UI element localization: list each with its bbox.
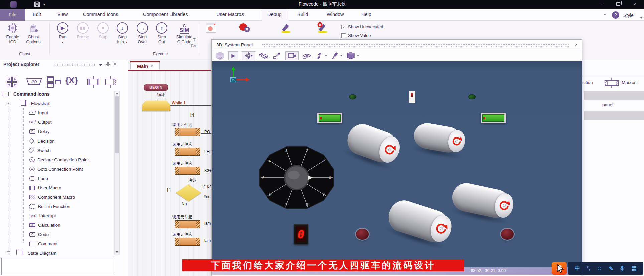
menu-window[interactable]: Window [327, 12, 344, 17]
panel-dropdown-icon[interactable] [99, 64, 102, 66]
tree-item-calculation[interactable]: ≡Calculation [29, 222, 60, 228]
paint-brush-button[interactable] [331, 51, 343, 60]
resize-button[interactable] [272, 51, 282, 60]
run-button[interactable]: ▶ Run▾ [52, 21, 73, 45]
toggle-breakpoint-button[interactable] [200, 21, 222, 35]
io-icon[interactable]: I/O [25, 76, 43, 87]
tree-item-goto-connection-point[interactable]: AGoto Connection Point [29, 166, 83, 172]
windows-icon[interactable] [46, 76, 62, 88]
menu-debug[interactable]: Debug [267, 12, 282, 17]
step-out-button[interactable]: ↑ StepOut [151, 21, 172, 45]
green-led[interactable] [349, 94, 356, 99]
step-over-button[interactable]: → StepOver [132, 21, 153, 45]
scroll-down-icon[interactable] [116, 251, 118, 253]
rotary-switch[interactable]: 0 1 2 3 4 5 6 7 8 9 [258, 145, 336, 211]
menu-command-icons[interactable]: Command Icons [83, 12, 118, 17]
push-button[interactable] [501, 229, 514, 240]
motor-rear-left[interactable] [385, 197, 452, 246]
flow-component-macro-3[interactable] [175, 167, 200, 175]
collapse-ribbon-icon[interactable]: ⌃ [603, 13, 606, 18]
green-led[interactable] [468, 94, 476, 99]
clear-all-breakpoints-button[interactable] [234, 21, 255, 35]
ime-emoji-icon[interactable]: ☺ [597, 265, 602, 271]
menu-component-libraries[interactable]: Component Libraries [143, 12, 188, 17]
tree-item-switch[interactable]: Switch [29, 147, 51, 154]
ghost-options-button[interactable]: GhostOptions [23, 21, 44, 45]
tree-item-code[interactable]: CCode [29, 231, 49, 238]
table-row[interactable] [584, 111, 644, 120]
step-into-button[interactable]: ↓ StepInto ˅ [112, 21, 133, 45]
tree-item-loop[interactable]: Loop [29, 175, 48, 182]
collapse-marker[interactable]: [-] [190, 112, 194, 117]
grid-add-icon[interactable] [6, 76, 21, 87]
user-macro-icon[interactable] [86, 76, 101, 88]
pin-icon[interactable] [106, 62, 110, 67]
collapse-box-icon[interactable]: − [7, 102, 10, 105]
flow-component-macro-4[interactable] [175, 220, 200, 228]
explorer-scrollbar[interactable] [114, 91, 120, 255]
menu-file[interactable]: File [0, 9, 25, 21]
flow-component-macro-1[interactable] [175, 128, 200, 136]
scrollbar-thumb[interactable] [115, 96, 119, 153]
tree-item-decision[interactable]: Decision [29, 137, 55, 144]
tools-wrench-button[interactable] [315, 51, 327, 60]
led-bar[interactable] [481, 113, 506, 123]
pause-button[interactable]: ▮▮ Pause [72, 21, 94, 40]
braces-x-icon[interactable]: {X} [65, 75, 78, 86]
flow-begin[interactable]: BEGIN [144, 84, 168, 91]
tree-item-component-macro[interactable]: Component Macro [29, 194, 75, 200]
ime-language-icon[interactable]: 中 [575, 265, 580, 272]
3d-mode-icon[interactable]: 3D [215, 51, 225, 60]
tree-item-input[interactable]: IInput [29, 109, 48, 116]
motor-front-right[interactable] [412, 121, 464, 155]
show-value-checkbox[interactable]: Show Value [341, 33, 371, 38]
sensor-component[interactable] [409, 91, 415, 103]
motor-front-left[interactable] [343, 120, 401, 166]
minimize-button[interactable] [599, 5, 603, 5]
show-unexecuted-checkbox[interactable]: ✓ Show Unexecuted [341, 24, 383, 29]
3d-viewport[interactable]: 0 1 2 3 4 5 6 7 8 9 0 [212, 61, 582, 267]
3d-panel-close-icon[interactable]: × [575, 42, 578, 47]
table-row[interactable] [584, 91, 644, 100]
tree-item-built-in-function[interactable]: Built-in Function [29, 203, 70, 210]
menu-build[interactable]: Build [297, 12, 308, 17]
ime-pen-icon[interactable]: ✎ [609, 265, 613, 272]
led-bar[interactable] [317, 113, 342, 123]
flow-decision[interactable] [176, 184, 201, 201]
tree-group-flowchart[interactable]: − Flowchart [7, 100, 51, 107]
pan-button[interactable] [242, 51, 255, 60]
flow-component-macro-2[interactable] [175, 148, 200, 156]
stop-button[interactable]: ■ Stop [92, 21, 114, 40]
style-dropdown-icon[interactable] [640, 15, 643, 21]
menu-view[interactable]: View [57, 12, 68, 17]
enable-icd-button[interactable]: EnableICD [2, 21, 23, 45]
tree-group-state-diagram[interactable]: − State Diagram [7, 250, 56, 256]
tab-close-icon[interactable]: × [151, 64, 153, 69]
orbit-button[interactable] [259, 51, 269, 60]
scroll-up-icon[interactable] [116, 93, 118, 94]
tree-item-declare-connection-point[interactable]: A:Declare Connection Point [29, 156, 89, 163]
tab-main[interactable]: Main × [130, 62, 160, 70]
visibility-eye-icon[interactable] [302, 51, 312, 60]
component-macro-icon[interactable] [104, 76, 117, 88]
menu-user-macros[interactable]: User Macros [216, 12, 244, 17]
help-icon[interactable]: ? [612, 11, 619, 19]
panel-drag-handle[interactable] [262, 44, 569, 47]
tree-item-output[interactable]: OOutput [29, 119, 52, 125]
menu-help[interactable]: Help [361, 12, 371, 17]
ime-mic-icon[interactable] [620, 265, 625, 271]
motor-rear-right[interactable] [450, 181, 513, 221]
flow-loop-shape[interactable] [142, 101, 170, 111]
collapse-box-icon[interactable]: − [7, 251, 10, 255]
select-cursor-button[interactable]: ▶ [228, 51, 238, 60]
viewport-button[interactable] [285, 51, 299, 60]
menu-edit[interactable]: Edit [33, 12, 41, 17]
panel-close-icon[interactable]: × [114, 61, 116, 67]
tree-item-comment[interactable]: Comment [29, 240, 58, 247]
seven-segment-display[interactable]: 0 [294, 224, 308, 245]
ime-punctuation-icon[interactable]: °, [587, 265, 590, 271]
panel-drag-handle[interactable] [53, 63, 95, 66]
style-button[interactable]: Style [623, 13, 634, 18]
macros-icon[interactable] [603, 78, 620, 88]
close-button[interactable]: × [633, 1, 636, 7]
